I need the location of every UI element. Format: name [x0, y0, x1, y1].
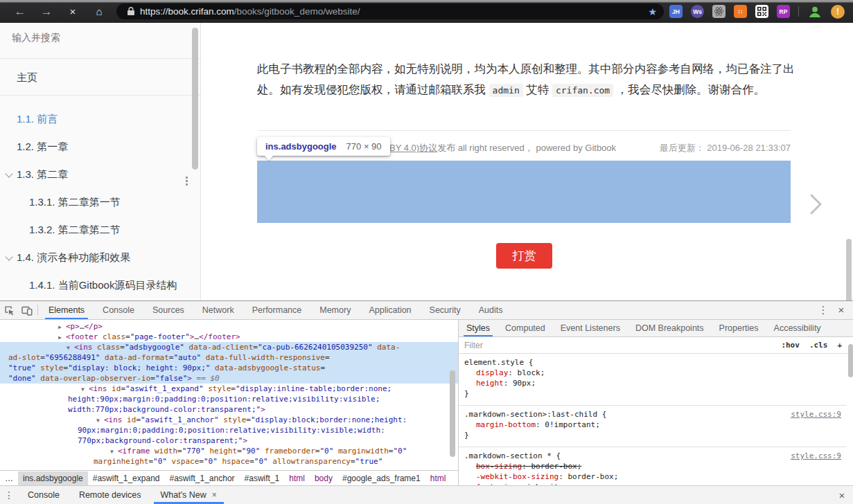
- devtools-tab-performance[interactable]: Performance: [243, 301, 311, 319]
- expand-arrow-icon[interactable]: ▼: [96, 415, 100, 426]
- devtools-tab-memory[interactable]: Memory: [310, 301, 360, 319]
- devtools-tab-console[interactable]: Console: [94, 301, 143, 319]
- extension-react-icon[interactable]: [712, 5, 726, 18]
- elements-tree-line[interactable]: 770px;background-color:transparent;">: [0, 435, 458, 446]
- devtools-tab-security[interactable]: Security: [421, 301, 470, 319]
- extension-orange-icon[interactable]: ∷: [734, 5, 747, 18]
- styles-control-hov[interactable]: :hov: [781, 341, 800, 350]
- styles-tab-event-listeners[interactable]: Event Listeners: [553, 320, 628, 336]
- sidebar-resize-handle[interactable]: [186, 177, 188, 179]
- elements-scrollbar[interactable]: [450, 370, 455, 457]
- donate-button[interactable]: 打赏: [496, 243, 552, 269]
- device-toolbar-icon[interactable]: [18, 301, 36, 319]
- devtools-tab-elements[interactable]: Elements: [39, 301, 94, 319]
- sidebar-item-4[interactable]: 1.3.1. 第二章第一节: [0, 188, 201, 215]
- sidebar-item-5[interactable]: 1.3.2. 第二章第二节: [0, 215, 201, 243]
- sidebar-item-1[interactable]: 1.1. 前言: [0, 105, 201, 132]
- elements-tree-line[interactable]: ▼<ins id="aswift_1_expand" style="displa…: [0, 384, 458, 394]
- expand-arrow-icon[interactable]: ▼: [81, 384, 85, 395]
- sidebar-item-2[interactable]: 1.2. 第一章: [0, 132, 201, 160]
- sidebar-scrollbar[interactable]: [192, 28, 198, 170]
- elements-tree-line[interactable]: ad-slot="6956288491" data-ad-format="aut…: [0, 352, 458, 363]
- drawer-tab-what-s-new[interactable]: What's New×: [151, 486, 227, 504]
- css-declaration[interactable]: box-sizing: border-box;: [464, 461, 841, 471]
- drawer-menu-icon[interactable]: ⋮: [0, 489, 18, 501]
- breadcrumb-item[interactable]: #aswift_1: [240, 471, 285, 485]
- page-scrollbar[interactable]: [846, 239, 852, 300]
- expand-arrow-icon[interactable]: ▶: [58, 332, 62, 343]
- elements-tree-line[interactable]: height:90px;margin:0;padding:0;position:…: [0, 394, 458, 404]
- drawer-tab-console[interactable]: Console: [18, 486, 69, 504]
- css-declaration[interactable]: -webkit-box-sizing: border-box;: [464, 471, 841, 482]
- css-declaration[interactable]: height: 90px;: [464, 378, 841, 388]
- drawer-close-icon[interactable]: ×: [834, 489, 850, 501]
- extension-rp-icon[interactable]: RP: [777, 5, 790, 18]
- stylesheet-link[interactable]: style.css:9: [791, 409, 841, 420]
- account-badge-icon[interactable]: !: [831, 5, 845, 19]
- sidebar-item-7[interactable]: 1.4.1. 当前Gitbook源码目录结构: [0, 271, 201, 298]
- expand-arrow-icon[interactable]: ▼: [67, 343, 70, 353]
- address-bar[interactable]: https://book.crifan.com/books/gitbook_de…: [116, 3, 664, 19]
- css-selector[interactable]: .markdown-section * {: [464, 451, 841, 461]
- breadcrumb-item[interactable]: …: [0, 471, 18, 485]
- devtools-close-icon[interactable]: ×: [832, 301, 850, 319]
- elements-tree-line[interactable]: ▼<ins class="adsbygoogle" data-ad-client…: [0, 342, 458, 352]
- styles-tab-dom-breakpoints[interactable]: DOM Breakpoints: [628, 320, 712, 336]
- sidebar-item-label: 1.2. 第一章: [0, 141, 201, 154]
- breadcrumb-item[interactable]: #aswift_1_anchor: [164, 471, 239, 485]
- breadcrumb-item[interactable]: html: [284, 471, 310, 485]
- elements-tree-line[interactable]: ▼<iframe width="770" height="90" framebo…: [0, 446, 458, 456]
- profile-avatar-icon[interactable]: [807, 4, 823, 19]
- elements-tree-line[interactable]: ▶<footer class="page-footer">…</footer>: [0, 332, 458, 342]
- extension-qr-icon[interactable]: [755, 5, 768, 18]
- inspect-element-icon[interactable]: [0, 301, 18, 319]
- css-declaration[interactable]: display: block;: [464, 368, 841, 378]
- page-footer-text: C BY 4.0)协议发布 all right reserved， powere…: [380, 142, 616, 154]
- extension-jh-icon[interactable]: JH: [669, 5, 683, 18]
- devtools-menu-icon[interactable]: ⋮: [814, 301, 832, 319]
- devtools-tab-sources[interactable]: Sources: [143, 301, 193, 319]
- styles-tab-computed[interactable]: Computed: [498, 320, 553, 336]
- styles-filter-input[interactable]: [459, 340, 781, 351]
- elements-tree-line[interactable]: ▶<p>…</p>: [0, 321, 458, 332]
- expand-arrow-icon[interactable]: ▶: [58, 322, 62, 332]
- expand-arrow-icon[interactable]: ▼: [110, 447, 114, 457]
- sidebar-item-home[interactable]: 主页: [17, 71, 37, 84]
- devtools-tab-audits[interactable]: Audits: [470, 301, 512, 319]
- forward-icon[interactable]: →: [33, 3, 60, 21]
- back-icon[interactable]: ←: [7, 3, 33, 21]
- breadcrumb-item[interactable]: #aswift_1_expand: [88, 471, 165, 485]
- breadcrumb-item[interactable]: ins.adsbygoogle: [18, 471, 88, 485]
- sidebar-item-3[interactable]: 1.3. 第二章: [0, 160, 201, 188]
- breadcrumb-item[interactable]: #google_ads_frame1: [337, 471, 425, 485]
- stop-icon[interactable]: ×: [60, 3, 86, 21]
- devtools-tab-application[interactable]: Application: [360, 301, 420, 319]
- styles-control-cls[interactable]: .cls: [809, 341, 828, 350]
- next-page-chevron-icon[interactable]: [806, 191, 825, 220]
- search-input[interactable]: [10, 31, 179, 44]
- drawer-tab-remote-devices[interactable]: Remote devices: [69, 486, 151, 504]
- elements-tree-line[interactable]: width:770px;background-color:transparent…: [0, 404, 458, 415]
- styles-tab-accessibility[interactable]: Accessibility: [766, 320, 829, 336]
- elements-tree-line[interactable]: ▼<ins id="aswift_1_anchor" style="displa…: [0, 415, 458, 425]
- elements-tree-line[interactable]: marginheight="0" vspace="0" hspace="0" a…: [0, 456, 458, 467]
- close-tab-icon[interactable]: ×: [212, 490, 217, 500]
- elements-tree-line[interactable]: 90px;margin:0;padding:0;position:relativ…: [0, 425, 458, 435]
- breadcrumb-item[interactable]: html: [425, 471, 451, 485]
- css-declaration[interactable]: margin-bottom: 0!important;: [464, 420, 841, 430]
- css-selector[interactable]: .markdown-section>:last-child {: [464, 409, 841, 420]
- css-selector[interactable]: element.style {: [464, 357, 841, 368]
- stylesheet-link[interactable]: style.css:9: [791, 451, 841, 461]
- sidebar-item-6[interactable]: 1.4. 演示各种功能和效果: [0, 243, 201, 271]
- home-icon[interactable]: ⌂: [86, 3, 112, 21]
- styles-scrollbar[interactable]: [848, 344, 853, 377]
- elements-tree-line[interactable]: "true" style="display: block; height: 90…: [0, 363, 458, 373]
- extension-ws-icon[interactable]: Ws: [691, 5, 704, 18]
- elements-tree-line[interactable]: "done" data-overlap-observer-io="false">…: [0, 373, 458, 384]
- styles-tab-styles[interactable]: Styles: [459, 320, 498, 336]
- bookmark-star-icon[interactable]: ★: [648, 6, 657, 17]
- styles-tab-properties[interactable]: Properties: [712, 320, 766, 336]
- breadcrumb-item[interactable]: body: [310, 471, 337, 485]
- styles-control-[interactable]: +: [837, 341, 842, 350]
- devtools-tab-network[interactable]: Network: [193, 301, 243, 319]
